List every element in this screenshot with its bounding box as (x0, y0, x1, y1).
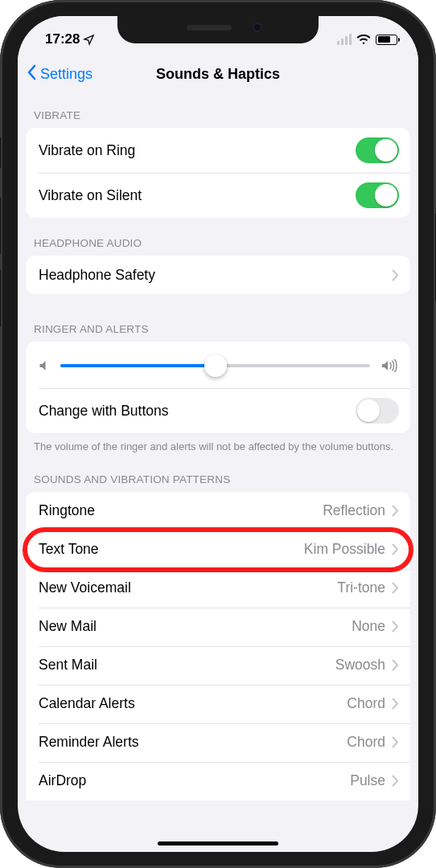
row-sound-reminder-alerts[interactable]: Reminder AlertsChord (26, 723, 410, 762)
ringer-volume-slider[interactable] (60, 354, 370, 377)
row-detail: Kim Possible (304, 541, 385, 558)
toggle-vibrate-on-silent[interactable] (356, 182, 399, 208)
chevron-right-icon (392, 269, 399, 281)
row-sound-text-tone[interactable]: Text ToneKim Possible (26, 530, 410, 569)
group-vibrate: Vibrate on Ring Vibrate on Silent (26, 128, 410, 218)
row-sound-sent-mail[interactable]: Sent MailSwoosh (26, 646, 410, 685)
group-ringer: Change with Buttons (26, 342, 410, 433)
row-sound-calendar-alerts[interactable]: Calendar AlertsChord (26, 685, 410, 723)
row-label: New Mail (39, 618, 97, 635)
row-label: Sent Mail (39, 657, 97, 674)
group-sounds: RingtoneReflectionText ToneKim PossibleN… (26, 492, 410, 800)
location-icon (83, 34, 95, 46)
row-sound-new-voicemail[interactable]: New VoicemailTri-tone (26, 569, 410, 608)
home-indicator[interactable] (158, 841, 278, 845)
chevron-left-icon (26, 64, 37, 84)
row-change-with-buttons[interactable]: Change with Buttons (26, 388, 410, 433)
chevron-right-icon (392, 698, 399, 710)
row-sound-airdrop[interactable]: AirDropPulse (26, 762, 410, 800)
row-ringer-volume[interactable] (26, 342, 410, 388)
chevron-right-icon (392, 659, 399, 671)
row-label: Text Tone (39, 541, 99, 558)
row-label: Calendar Alerts (39, 695, 135, 712)
settings-content[interactable]: VIBRATE Vibrate on Ring Vibrate on Silen… (18, 93, 418, 852)
chevron-right-icon (392, 775, 399, 787)
row-label: Vibrate on Silent (39, 187, 142, 204)
chevron-right-icon (392, 505, 399, 517)
chevron-right-icon (392, 620, 399, 633)
section-header-sounds: SOUNDS AND VIBRATION PATTERNS (18, 454, 418, 492)
cellular-icon (337, 34, 352, 45)
row-label: Ringtone (39, 502, 95, 519)
section-header-ringer: RINGER AND ALERTS (18, 294, 418, 342)
row-detail: None (352, 618, 385, 635)
row-label: Reminder Alerts (39, 734, 139, 751)
hw-silence-switch (0, 137, 1, 169)
notch (117, 16, 319, 43)
back-label: Settings (40, 66, 93, 83)
row-sound-new-mail[interactable]: New MailNone (26, 608, 410, 646)
row-detail: Tri-tone (337, 579, 385, 596)
chevron-right-icon (392, 736, 399, 748)
toggle-change-with-buttons[interactable] (356, 398, 399, 424)
screen: 17:28 Settings Sounds & Haptic (18, 16, 418, 852)
chevron-right-icon (392, 543, 399, 555)
phone-frame: 17:28 Settings Sounds & Haptic (0, 0, 436, 868)
row-label: New Voicemail (39, 579, 131, 596)
volume-high-icon (381, 359, 397, 372)
row-sound-ringtone[interactable]: RingtoneReflection (26, 492, 410, 530)
chevron-right-icon (392, 582, 399, 594)
hw-volume-down (0, 269, 1, 327)
section-footer-ringer: The volume of the ringer and alerts will… (18, 433, 418, 454)
row-detail: Chord (347, 734, 385, 751)
row-detail: Chord (347, 695, 385, 712)
toggle-vibrate-on-ring[interactable] (356, 137, 399, 163)
battery-icon (376, 35, 397, 45)
row-detail: Reflection (323, 502, 385, 519)
row-label: Change with Buttons (39, 403, 169, 420)
row-label: AirDrop (39, 772, 86, 789)
wifi-icon (356, 35, 371, 45)
row-label: Headphone Safety (39, 267, 155, 284)
back-button[interactable]: Settings (26, 64, 93, 84)
status-time: 17:28 (45, 31, 80, 47)
section-header-vibrate: VIBRATE (18, 93, 418, 128)
nav-bar: Settings Sounds & Haptics (18, 55, 418, 93)
row-headphone-safety[interactable]: Headphone Safety (26, 256, 410, 294)
hw-volume-up (0, 197, 1, 255)
group-headphone: Headphone Safety (26, 256, 410, 294)
row-vibrate-on-ring[interactable]: Vibrate on Ring (26, 128, 410, 173)
row-detail: Pulse (350, 772, 385, 789)
section-header-headphone: HEADPHONE AUDIO (18, 218, 418, 256)
row-vibrate-on-silent[interactable]: Vibrate on Silent (26, 173, 410, 218)
volume-low-icon (39, 360, 49, 371)
row-detail: Swoosh (335, 657, 385, 674)
row-label: Vibrate on Ring (39, 142, 135, 159)
